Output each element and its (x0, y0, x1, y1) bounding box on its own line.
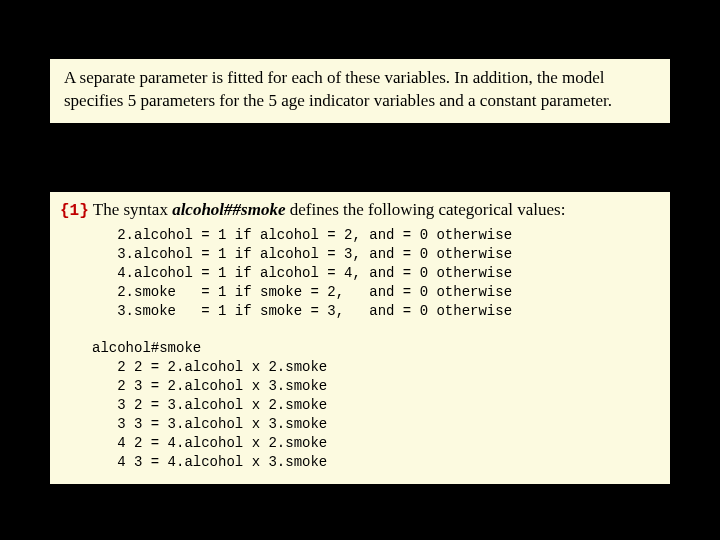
intro-after: defines the following categorical values… (285, 200, 565, 219)
info-text-top: A separate parameter is fitted for each … (64, 67, 656, 113)
info-box-bottom: {1} The syntax alcohol##smoke defines th… (48, 190, 672, 486)
intro-before: The syntax (93, 200, 172, 219)
info-box-top: A separate parameter is fitted for each … (48, 57, 672, 125)
intro-term: alcohol##smoke (172, 200, 285, 219)
intro-text: The syntax alcohol##smoke defines the fo… (93, 200, 566, 219)
code-block: 2.alcohol = 1 if alcohol = 2, and = 0 ot… (60, 226, 660, 472)
annotation-marker: {1} (60, 202, 89, 220)
intro-line: {1} The syntax alcohol##smoke defines th… (60, 200, 660, 220)
